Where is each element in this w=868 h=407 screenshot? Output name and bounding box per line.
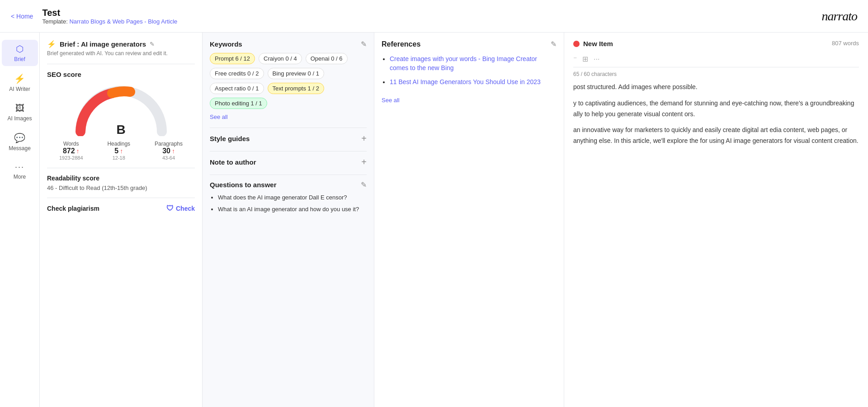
keywords-title: Keywords [210, 40, 242, 48]
template-link[interactable]: Narrato Blogs & Web Pages - Blog Article [69, 18, 177, 25]
question-item: What does the AI image generator Dall E … [218, 194, 367, 202]
keyword-tag[interactable]: Photo editing 1 / 1 [210, 98, 267, 109]
page-title: Test [42, 8, 177, 18]
questions-title: Questions to answer [210, 181, 277, 189]
back-link[interactable]: < Home [11, 13, 33, 20]
brief-title: Brief : AI image generators [60, 40, 146, 48]
sidebar: ⬡ Brief ⚡ AI Writer 🖼 AI Images 💬 Messag… [0, 33, 40, 407]
editor-paragraph: y to captivating audiences, the demand f… [573, 98, 859, 120]
note-to-author-title: Note to author [210, 158, 256, 166]
keywords-header: Keywords ✎ [210, 40, 367, 48]
ref-link[interactable]: 11 Best AI Image Generators You Should U… [390, 78, 541, 85]
refs-see-all[interactable]: See all [382, 97, 400, 104]
refs-header: References ✎ [382, 40, 557, 48]
keywords-see-all[interactable]: See all [210, 114, 228, 120]
plagiarism-label: Check plagiarism [47, 205, 99, 212]
sidebar-item-ai-writer[interactable]: ⚡ AI Writer [2, 70, 38, 96]
panel-right: New Item ⁻ ⊞ ··· 807 words 65 / 60 chara… [564, 33, 868, 407]
style-guides-title: Style guides [210, 135, 250, 142]
seo-score-title: SEO score [47, 71, 195, 78]
gauge-grade: B [116, 123, 125, 137]
readability-title: Readability score [47, 175, 195, 182]
message-icon: 💬 [14, 133, 25, 143]
lightning-brief-icon: ⚡ [47, 40, 56, 48]
new-item-dot [573, 41, 580, 47]
question-item: What is an AI image generator and how do… [218, 205, 367, 213]
ref-link[interactable]: Create images with your words - Bing Ima… [390, 55, 537, 71]
edit-brief-icon[interactable]: ✎ [150, 41, 155, 47]
editor-paragraph: post structured. Add images where possib… [573, 82, 859, 93]
image-icon: 🖼 [15, 103, 24, 114]
questions-section: Questions to answer ✎ What does the AI i… [210, 180, 367, 213]
keywords-section: Keywords ✎ Prompt 6 / 12 Craiyon 0 / 4 O… [210, 40, 367, 120]
lightning-icon: ⚡ [14, 73, 25, 84]
more-options-icon[interactable]: ··· [594, 55, 599, 63]
brief-icon: ⬡ [16, 43, 24, 54]
paragraphs-arrow-up: ↑ [172, 147, 175, 155]
refs-title: References [382, 40, 420, 48]
ref-item: Create images with your words - Bing Ima… [390, 55, 557, 72]
refs-list: Create images with your words - Bing Ima… [382, 55, 557, 87]
brief-header: ⚡ Brief : AI image generators ✎ [47, 40, 195, 48]
readability-text: 46 - Difficult to Read (12th-15th grade) [47, 185, 195, 191]
word-count: 807 words [832, 40, 859, 47]
keyword-tag[interactable]: Aspect ratio 0 / 1 [210, 83, 264, 94]
style-guides-section: Style guides + [210, 133, 367, 144]
style-guides-header: Style guides + [210, 133, 367, 144]
header-left: < Home Test Template: Narrato Blogs & We… [11, 8, 177, 25]
keyword-tag[interactable]: Openai 0 / 6 [306, 53, 348, 64]
questions-header: Questions to answer ✎ [210, 180, 367, 189]
template-info: Template: Narrato Blogs & Web Pages - Bl… [42, 18, 177, 25]
keywords-edit-button[interactable]: ✎ [361, 40, 367, 48]
gauge-container: B [47, 82, 195, 137]
expand-icon[interactable]: ⊞ [582, 55, 588, 63]
seo-headings: Headings 5 ↑ 12-18 [107, 141, 130, 161]
editor-content[interactable]: post structured. Add images where possib… [573, 82, 859, 147]
panel-refs: References ✎ Create images with your wor… [374, 33, 564, 407]
sidebar-item-more[interactable]: ··· More [2, 159, 38, 184]
char-count: 65 / 60 characters [573, 71, 859, 77]
sidebar-item-label: Brief [14, 56, 25, 62]
note-to-author-section: Note to author + [210, 157, 367, 167]
keyword-tag[interactable]: Bing preview 0 / 1 [268, 68, 324, 79]
sidebar-item-brief[interactable]: ⬡ Brief [2, 40, 38, 66]
questions-list: What does the AI image generator Dall E … [210, 194, 367, 213]
note-to-author-header: Note to author + [210, 157, 367, 167]
words-arrow-up: ↑ [76, 147, 80, 155]
new-item-button[interactable]: New Item [573, 40, 613, 47]
panel-left: ⚡ Brief : AI image generators ✎ Brief ge… [40, 33, 203, 407]
editor-toolbar: ⁻ ⊞ ··· [573, 55, 859, 67]
refs-edit-button[interactable]: ✎ [551, 40, 557, 48]
sidebar-item-label: More [14, 174, 26, 180]
keyword-tag[interactable]: Text prompts 1 / 2 [268, 83, 324, 94]
seo-paragraphs: Paragraphs 30 ↑ 43-64 [155, 141, 183, 161]
strikethrough-icon[interactable]: ⁻ [573, 55, 577, 63]
sidebar-item-message[interactable]: 💬 Message [2, 129, 38, 155]
seo-stats: Words 872 ↑ 1923-2884 Headings 5 ↑ 12-18 [47, 141, 195, 161]
note-to-author-add-button[interactable]: + [361, 157, 367, 167]
sidebar-item-label: AI Images [7, 115, 32, 122]
ref-item: 11 Best AI Image Generators You Should U… [390, 78, 557, 87]
brief-subtitle: Brief generated with AI. You can review … [47, 50, 195, 57]
questions-edit-button[interactable]: ✎ [361, 180, 367, 189]
panel-middle: Keywords ✎ Prompt 6 / 12 Craiyon 0 / 4 O… [203, 33, 374, 407]
header-title: Test Template: Narrato Blogs & Web Pages… [42, 8, 177, 25]
sidebar-item-label: AI Writer [9, 86, 30, 92]
plagiarism-row: Check plagiarism 🛡 Check [47, 204, 195, 213]
style-guides-add-button[interactable]: + [361, 133, 367, 144]
keyword-tag[interactable]: Free credits 0 / 2 [210, 68, 264, 79]
keyword-tag[interactable]: Craiyon 0 / 4 [259, 53, 302, 64]
shield-icon: 🛡 [166, 204, 174, 213]
sidebar-item-ai-images[interactable]: 🖼 AI Images [2, 99, 38, 125]
layout: ⬡ Brief ⚡ AI Writer 🖼 AI Images 💬 Messag… [0, 33, 868, 407]
check-plagiarism-button[interactable]: 🛡 Check [166, 204, 195, 213]
main-area: ⚡ Brief : AI image generators ✎ Brief ge… [40, 33, 868, 407]
headings-arrow-up: ↑ [120, 147, 123, 155]
seo-words: Words 872 ↑ 1923-2884 [59, 141, 83, 161]
keywords-grid: Prompt 6 / 12 Craiyon 0 / 4 Openai 0 / 6… [210, 53, 367, 109]
sidebar-item-label: Message [9, 145, 31, 151]
header: < Home Test Template: Narrato Blogs & We… [0, 0, 868, 33]
keyword-tag[interactable]: Prompt 6 / 12 [210, 53, 255, 64]
logo: narrato [821, 9, 857, 24]
more-dots-icon: ··· [15, 162, 24, 172]
